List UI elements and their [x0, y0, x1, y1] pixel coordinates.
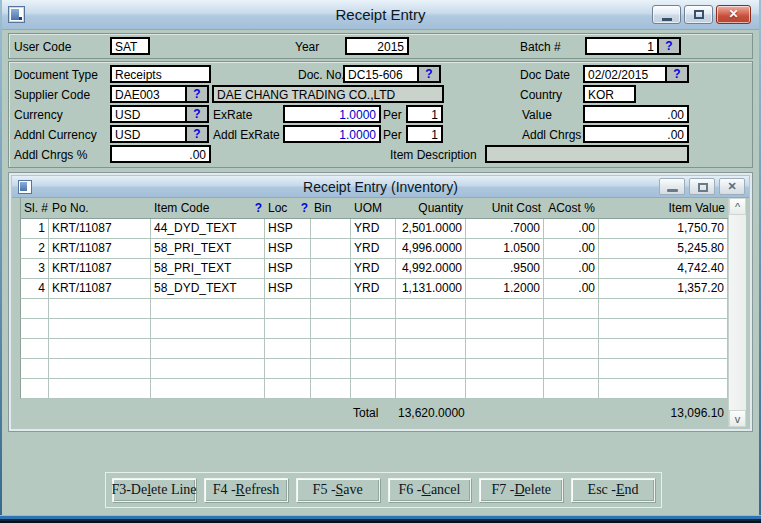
cell-bin: [311, 239, 351, 258]
addl-chrgs-field[interactable]: .00: [583, 125, 689, 143]
f3-delete-line-button[interactable]: F3-Delete Line: [112, 478, 196, 502]
doc-no-label: Doc. No.: [298, 68, 345, 82]
scroll-up-button[interactable]: ^: [729, 198, 746, 215]
per-1-field[interactable]: 1: [406, 105, 443, 123]
table-row-empty[interactable]: [20, 299, 728, 319]
minimize-icon: [662, 18, 672, 21]
currency-label: Currency: [14, 108, 63, 122]
column-header-uom: UOM: [351, 201, 396, 215]
cell-sl: 4: [21, 279, 49, 298]
per-2-label: Per: [383, 128, 402, 142]
cell-uom: YRD: [351, 239, 396, 258]
inventory-close-button[interactable]: ✕: [719, 178, 745, 195]
restore-icon: [698, 183, 708, 192]
table-row[interactable]: 3 KRT/11087 58_PRI_TEXT HSP YRD 4,992.00…: [20, 259, 728, 279]
supplier-code-field[interactable]: DAE003: [112, 87, 185, 101]
cell-item-code: 58_PRI_TEXT: [151, 239, 265, 258]
document-type-field[interactable]: Receipts: [110, 65, 211, 83]
column-header-bin: Bin: [311, 201, 351, 215]
per-2-field[interactable]: 1: [406, 125, 443, 143]
f7-delete-button[interactable]: F7 - Delete: [479, 478, 563, 502]
addl-chrgs-pct-field[interactable]: .00: [110, 145, 211, 163]
batch-help-button[interactable]: ?: [657, 39, 679, 53]
cell-item-value: 1,357.20: [599, 279, 728, 298]
currency-field-group: USD ?: [110, 105, 209, 123]
batch-label: Batch #: [520, 40, 561, 54]
f6-cancel-button[interactable]: F6 - Cancel: [388, 478, 472, 502]
table-row-empty[interactable]: [20, 339, 728, 359]
titlebar[interactable]: Receipt Entry ✕: [0, 0, 761, 30]
inventory-title: Receipt Entry (Inventory): [12, 179, 749, 195]
exrate-field[interactable]: 1.0000: [283, 105, 381, 123]
column-header-po-no: Po No.: [49, 201, 151, 215]
loc-help-button[interactable]: ?: [255, 201, 262, 215]
cell-item-code: 58_PRI_TEXT: [151, 259, 265, 278]
doc-no-help-button[interactable]: ?: [417, 67, 439, 81]
document-type-label: Document Type: [14, 68, 98, 82]
cell-unit-cost: .9500: [466, 259, 544, 278]
table-row-empty[interactable]: [20, 379, 728, 399]
column-header-loc: Loc ?: [265, 201, 311, 215]
table-row[interactable]: 1 KRT/11087 44_DYD_TEXT HSP YRD 2,501.00…: [20, 219, 728, 239]
inventory-restore-button[interactable]: [689, 178, 715, 195]
close-button[interactable]: ✕: [716, 5, 751, 24]
doc-date-label: Doc Date: [520, 68, 570, 82]
user-code-field[interactable]: SAT: [110, 37, 150, 55]
table-row-empty[interactable]: [20, 359, 728, 379]
cell-po-no: KRT/11087: [49, 259, 151, 278]
batch-field-group: 1 ?: [585, 37, 681, 55]
table-row[interactable]: 4 KRT/11087 58_DYD_TEXT HSP YRD 1,131.00…: [20, 279, 728, 299]
total-label: Total: [350, 406, 395, 420]
bin-help-button[interactable]: ?: [301, 201, 308, 215]
f4-refresh-button[interactable]: F4 - Refresh: [204, 478, 288, 502]
batch-field[interactable]: 1: [587, 39, 657, 53]
table-row-empty[interactable]: [20, 319, 728, 339]
addnl-currency-field[interactable]: USD: [112, 127, 185, 141]
cell-sl: 2: [21, 239, 49, 258]
cell-uom: YRD: [351, 259, 396, 278]
f5-save-button[interactable]: F5 - Save: [296, 478, 380, 502]
doc-date-field[interactable]: 02/02/2015: [585, 67, 665, 81]
window-title: Receipt Entry: [0, 6, 761, 23]
doc-date-help-button[interactable]: ?: [665, 67, 687, 81]
year-field[interactable]: 2015: [345, 37, 409, 55]
cell-item-value: 4,742.40: [599, 259, 728, 278]
country-label: Country: [520, 88, 562, 102]
currency-field[interactable]: USD: [112, 107, 185, 121]
cell-bin: [311, 219, 351, 238]
supplier-name-field: DAE CHANG TRADING CO.,LTD: [212, 85, 444, 103]
cell-uom: YRD: [351, 279, 396, 298]
cell-loc: HSP: [265, 239, 311, 258]
total-item-value: 13,096.10: [598, 406, 727, 420]
scroll-down-button[interactable]: v: [729, 410, 746, 427]
addnl-currency-help-button[interactable]: ?: [185, 127, 207, 141]
cell-unit-cost: 1.2000: [466, 279, 544, 298]
inventory-titlebar[interactable]: Receipt Entry (Inventory) ✕: [12, 176, 749, 198]
close-icon: ✕: [717, 6, 750, 23]
inventory-window-controls: ✕: [659, 178, 745, 195]
loc-header-label: Loc: [268, 201, 287, 215]
doc-date-field-group: 02/02/2015 ?: [583, 65, 689, 83]
value-field[interactable]: .00: [583, 105, 689, 123]
supplier-code-label: Supplier Code: [14, 88, 90, 102]
cell-quantity: 2,501.0000: [396, 219, 466, 238]
restore-button[interactable]: [684, 5, 713, 24]
cell-bin: [311, 259, 351, 278]
inventory-table: Sl. # Po No. Item Code ? Loc ? Bin UOM Q…: [20, 198, 746, 427]
supplier-code-help-button[interactable]: ?: [185, 87, 207, 101]
addl-exrate-field[interactable]: 1.0000: [283, 125, 381, 143]
total-quantity: 13,620.0000: [395, 406, 465, 420]
inventory-minimize-button[interactable]: [659, 178, 685, 195]
country-field[interactable]: KOR: [583, 85, 636, 103]
minimize-button[interactable]: [652, 5, 681, 24]
window-controls: ✕: [652, 5, 751, 24]
scrollbar-track[interactable]: [729, 215, 746, 410]
vertical-scrollbar: ^ v: [728, 198, 746, 427]
table-row[interactable]: 2 KRT/11087 58_PRI_TEXT HSP YRD 4,996.00…: [20, 239, 728, 259]
doc-no-field[interactable]: DC15-606: [345, 67, 417, 81]
currency-help-button[interactable]: ?: [185, 107, 207, 121]
addl-chrgs-label: Addl Chrgs: [522, 128, 581, 142]
esc-end-button[interactable]: Esc - End: [571, 478, 655, 502]
year-label: Year: [295, 40, 319, 54]
supplier-code-field-group: DAE003 ?: [110, 85, 209, 103]
